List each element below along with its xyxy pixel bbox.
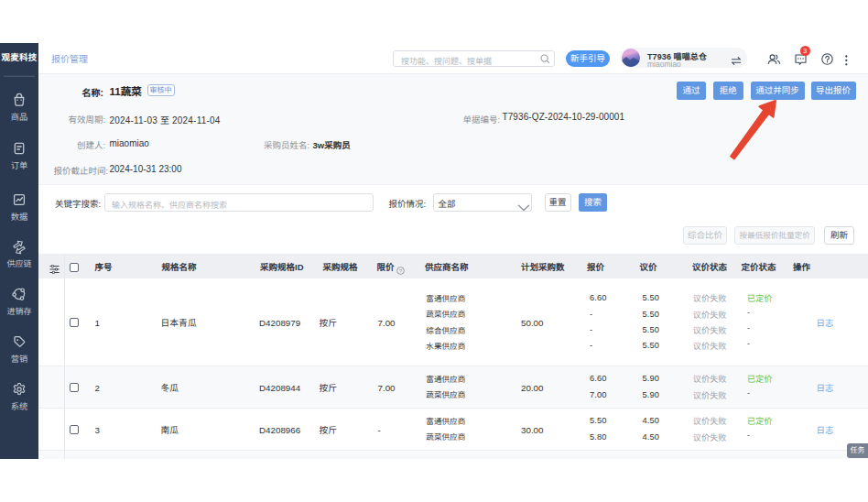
svg-text:?: ? <box>399 268 402 274</box>
